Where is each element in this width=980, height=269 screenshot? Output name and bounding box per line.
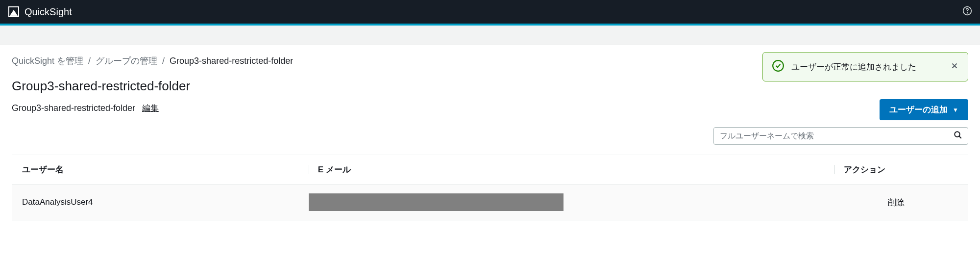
search-row: [12, 127, 968, 145]
search-box: [713, 127, 968, 145]
sub-header: [0, 26, 980, 45]
add-user-label: ユーザーの追加: [889, 104, 948, 115]
breadcrumb-current: Group3-shared-restricted-folder: [170, 56, 293, 66]
breadcrumb-separator: /: [88, 56, 91, 66]
svg-point-3: [773, 60, 784, 71]
cell-username: DataAnalysisUser4: [12, 185, 299, 220]
brand[interactable]: QuickSight: [8, 6, 72, 18]
caret-down-icon: ▼: [953, 107, 958, 113]
help-icon[interactable]: [962, 6, 972, 18]
svg-point-2: [967, 13, 968, 13]
delete-link[interactable]: 削除: [888, 198, 905, 207]
add-user-button[interactable]: ユーザーの追加 ▼: [880, 99, 968, 120]
group-description: Group3-shared-restricted-folder: [12, 103, 135, 113]
users-table: ユーザー名 E メール アクション DataAnalysisUser4 削除: [12, 155, 968, 220]
quicksight-logo-icon: [8, 6, 20, 18]
table-row: DataAnalysisUser4 削除: [12, 185, 968, 220]
column-header-email: E メール: [299, 155, 825, 185]
cell-action: 削除: [825, 185, 968, 220]
top-header: QuickSight: [0, 0, 980, 24]
breadcrumb-link-groups[interactable]: グループの管理: [96, 55, 157, 67]
edit-link[interactable]: 編集: [142, 103, 159, 114]
close-icon[interactable]: [950, 61, 959, 72]
search-input[interactable]: [713, 127, 968, 145]
cell-email: [299, 185, 825, 220]
redacted-email: [309, 193, 564, 211]
svg-point-4: [955, 132, 960, 137]
breadcrumb-separator: /: [162, 56, 165, 66]
check-circle-icon: [772, 59, 784, 74]
content: ユーザーが正常に追加されました QuickSight を管理 / グループの管理…: [0, 45, 980, 230]
brand-text: QuickSight: [24, 6, 72, 18]
success-notification: ユーザーが正常に追加されました: [762, 52, 968, 81]
search-icon[interactable]: [954, 131, 962, 141]
column-header-action: アクション: [825, 155, 968, 185]
notification-message: ユーザーが正常に追加されました: [791, 61, 943, 73]
breadcrumb-link-manage[interactable]: QuickSight を管理: [12, 55, 83, 67]
table-header-row: ユーザー名 E メール アクション: [12, 155, 968, 185]
column-header-username: ユーザー名: [12, 155, 299, 185]
